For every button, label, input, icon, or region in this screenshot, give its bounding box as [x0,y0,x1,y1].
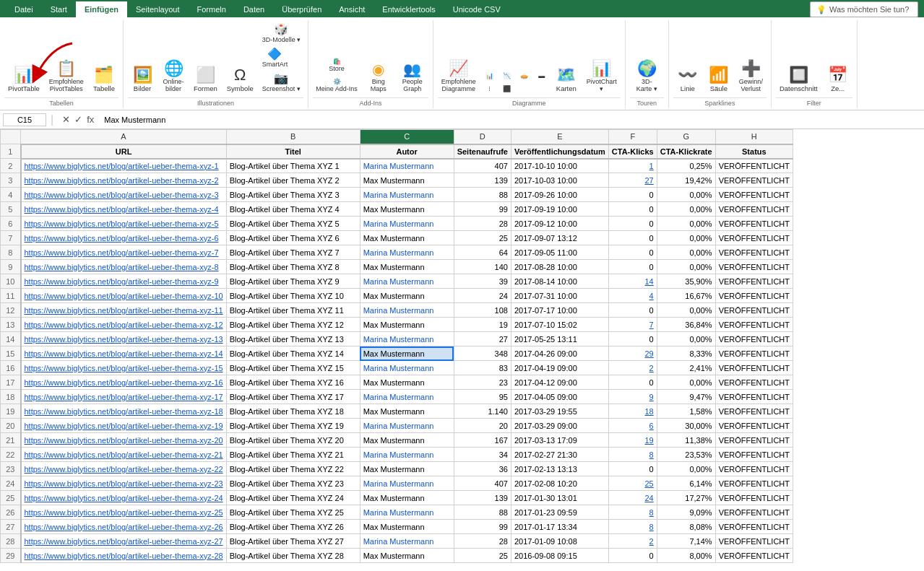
cell-cta-klicks-13[interactable]: 7 [608,318,657,332]
cell-url-23[interactable]: https://www.biglytics.net/blog/artikel-u… [21,462,227,476]
cell-cta-klicks-24[interactable]: 25 [608,476,657,491]
ribbon-tab-entwicklertools[interactable]: Entwicklertools [374,1,444,17]
cell-url-28[interactable]: https://www.biglytics.net/blog/artikel-u… [21,534,227,549]
col-header-E[interactable]: E [511,130,608,144]
cell-cta-klicks-15[interactable]: 29 [608,346,657,361]
ribbon-tab-start[interactable]: Start [42,1,76,17]
cell-url-4[interactable]: https://www.biglytics.net/blog/artikel-u… [21,188,227,202]
col-header-D[interactable]: D [454,130,511,144]
cell-cta-klicks-25[interactable]: 24 [608,491,657,505]
cell-cta-klicks-3[interactable]: 27 [608,173,657,188]
cell-url-3[interactable]: https://www.biglytics.net/blog/artikel-u… [21,173,227,188]
waterfall-chart-btn[interactable]: ⬛ [499,83,515,95]
col-header-G[interactable]: G [657,130,715,144]
cell-url-17[interactable]: https://www.biglytics.net/blog/artikel-u… [21,375,227,390]
linie-button[interactable]: 〰️ Linie [673,65,702,95]
ribbon-tab-formeln[interactable]: Formeln [189,1,235,17]
col-header-B[interactable]: B [226,130,360,144]
cell-cta-klicks-28[interactable]: 2 [608,534,657,549]
screenshot-button[interactable]: 📷 Screenshot ▾ [259,71,303,95]
cell-cta-klicks-18[interactable]: 9 [608,390,657,404]
cell-url-10[interactable]: https://www.biglytics.net/blog/artikel-u… [21,274,227,289]
formen-button[interactable]: ⬜ Formen [190,65,221,95]
saeule-button[interactable]: 📶 Säule [704,65,733,95]
cell-url-22[interactable]: https://www.biglytics.net/blog/artikel-u… [21,448,227,462]
col-header-H[interactable]: H [715,130,793,144]
onlinebilder-button[interactable]: 🌐 Online-bilder [159,58,188,95]
cell-url-11[interactable]: https://www.biglytics.net/blog/artikel-u… [21,289,227,303]
cell-cta-klicks-26[interactable]: 8 [608,505,657,520]
cell-url-26[interactable]: https://www.biglytics.net/blog/artikel-u… [21,505,227,520]
saeule-chart-btn[interactable]: 📊 [482,70,498,82]
ribbon-tab-datei[interactable]: Datei [6,1,42,17]
insert-function-icon[interactable]: fx [85,113,95,126]
bing-maps-button[interactable]: ◉ BingMaps [363,60,394,95]
cell-cta-klicks-19[interactable]: 18 [608,404,657,419]
3d-modelle-button[interactable]: 🎲 3D-Modelle ▾ [259,22,304,45]
cell-url-15[interactable]: https://www.biglytics.net/blog/artikel-u… [21,346,227,361]
pivot-chart-button[interactable]: 📊 PivotChart▾ [583,58,621,95]
confirm-formula-icon[interactable]: ✓ [73,113,84,126]
cell-url-21[interactable]: https://www.biglytics.net/blog/artikel-u… [21,433,227,448]
pie-chart-btn[interactable]: 🥧 [517,70,532,82]
cell-cta-klicks-10[interactable]: 14 [608,274,657,289]
cell-url-12[interactable]: https://www.biglytics.net/blog/artikel-u… [21,303,227,318]
karten-button[interactable]: 🗺️ Karten [552,65,581,95]
meine-addins-button[interactable]: ⚙️ Meine Add-Ins [313,76,360,95]
col-header-F[interactable]: F [608,130,657,144]
cell-url-9[interactable]: https://www.biglytics.net/blog/artikel-u… [21,260,227,274]
ribbon-tab-seitenlayout[interactable]: Seitenlayout [127,1,189,17]
col-header-C[interactable]: C [360,130,454,144]
ribbon-tab-überprüfen[interactable]: Überprüfen [273,1,330,17]
cell-cta-klicks-2[interactable]: 1 [608,159,657,173]
ribbon-tab-ansicht[interactable]: Ansicht [330,1,374,17]
cell-url-7[interactable]: https://www.biglytics.net/blog/artikel-u… [21,231,227,245]
cell-cta-klicks-11[interactable]: 4 [608,289,657,303]
cell-url-6[interactable]: https://www.biglytics.net/blog/artikel-u… [21,217,227,231]
formen-label: Formen [194,84,217,92]
people-graph-button[interactable]: 👥 PeopleGraph [397,60,428,95]
empfohlene-diagramme-button[interactable]: 📈 EmpfohleneDiagramme [438,58,480,95]
cell-url-8[interactable]: https://www.biglytics.net/blog/artikel-u… [21,245,227,260]
cell-cta-klicks-22[interactable]: 8 [608,448,657,462]
cell-cta-klicks-20[interactable]: 6 [608,419,657,433]
empfohlene-pivottables-button[interactable]: 📋 EmpfohlenePivotTables [46,58,87,95]
cell-url-27[interactable]: https://www.biglytics.net/blog/artikel-u… [21,520,227,534]
col-header-A[interactable]: A [21,130,227,144]
formula-input[interactable] [101,114,921,126]
cell-url-25[interactable]: https://www.biglytics.net/blog/artikel-u… [21,491,227,505]
store-button[interactable]: 🛍️ Store [313,56,360,74]
cell-cta-klicks-27[interactable]: 8 [608,520,657,534]
cell-url-20[interactable]: https://www.biglytics.net/blog/artikel-u… [21,419,227,433]
gewinn-verlust-button[interactable]: ➕ Gewinn/Verlust [735,58,767,95]
cell-url-19[interactable]: https://www.biglytics.net/blog/artikel-u… [21,404,227,419]
cell-url-13[interactable]: https://www.biglytics.net/blog/artikel-u… [21,318,227,332]
ribbon-tab-daten[interactable]: Daten [235,1,273,17]
3d-karte-button[interactable]: 🌍 3D-Karte ▾ [632,58,661,95]
cell-url-18[interactable]: https://www.biglytics.net/blog/artikel-u… [21,390,227,404]
ribbon-tab-unicode csv[interactable]: Unicode CSV [444,1,509,17]
zeitachse-button[interactable]: 📅 Ze... [824,65,852,95]
cell-url-5[interactable]: https://www.biglytics.net/blog/artikel-u… [21,202,227,217]
cell-url-14[interactable]: https://www.biglytics.net/blog/artikel-u… [21,332,227,346]
symbole-button[interactable]: Ω Symbole [223,65,257,95]
ribbon-tab-einfügen[interactable]: Einfügen [76,1,127,17]
tabelle-button[interactable]: 🗂️ Tabelle [90,65,118,95]
cell-url-2[interactable]: https://www.biglytics.net/blog/artikel-u… [21,159,227,173]
cell-reference-input[interactable] [3,113,46,126]
cancel-formula-icon[interactable]: ✕ [61,113,72,126]
cell-url-29[interactable]: https://www.biglytics.net/blog/artikel-u… [21,549,227,563]
bilder-button[interactable]: 🖼️ Bilder [128,65,157,95]
smartart-button[interactable]: 🔷 SmartArt [259,46,291,70]
cell-url-24[interactable]: https://www.biglytics.net/blog/artikel-u… [21,476,227,491]
cell-cta-klicks-21[interactable]: 19 [608,433,657,448]
search-box[interactable]: 💡 Was möchten Sie tun? [810,1,918,17]
cell-url-16[interactable]: https://www.biglytics.net/blog/artikel-u… [21,361,227,375]
pivot-table-button[interactable]: 📊 PivotTable [4,65,43,95]
bar-chart-btn[interactable]: ▬ [534,70,550,82]
linie-chart-btn[interactable]: 📉 [499,70,515,82]
spreadsheet[interactable]: A B C D E F G H 1 URL Titel Autor Seiten… [0,129,924,571]
scatter-chart-btn[interactable]: ⁝ [482,83,498,95]
cell-cta-klicks-16[interactable]: 2 [608,361,657,375]
datenschnitt-button[interactable]: 🔲 Datenschnitt [776,65,821,95]
